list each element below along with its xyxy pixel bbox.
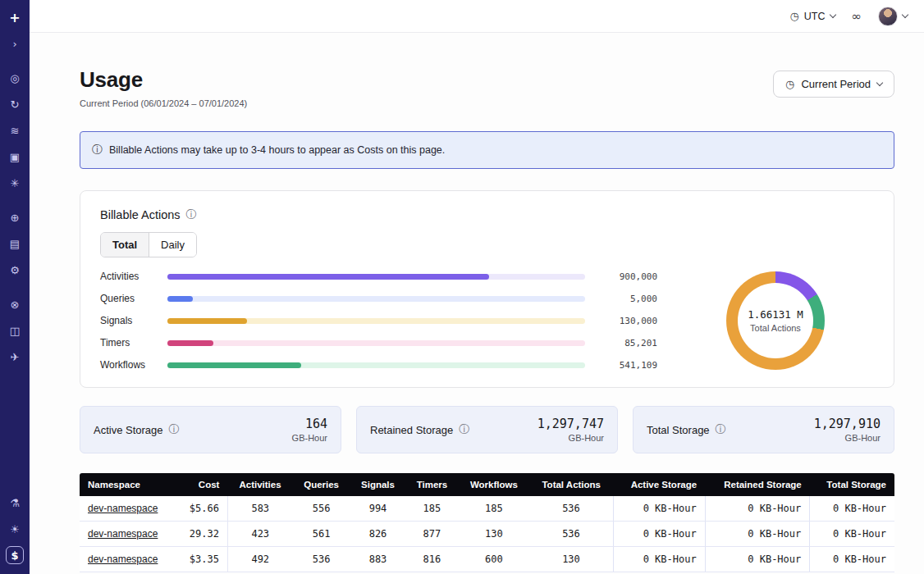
- page-title: Usage: [80, 67, 247, 93]
- docs-icon[interactable]: ◫: [6, 321, 24, 339]
- table-cell: 883: [350, 547, 406, 572]
- sidebar-nav-groups: +›◎↻≋▣✳⊕▤⚙⊗◫✈: [6, 8, 24, 382]
- regions-icon[interactable]: ⊕: [6, 208, 24, 226]
- table-cell: $5.66: [176, 496, 227, 522]
- expand-sidebar-icon[interactable]: ›: [6, 34, 24, 52]
- billable-actions-card: Billable Actions ⓘ TotalDaily Activities…: [80, 190, 894, 388]
- bar-track: [167, 318, 585, 324]
- namespace-link[interactable]: dev-namespace: [88, 528, 158, 540]
- stopwatch-icon: ◷: [785, 78, 794, 90]
- bar-value: 900,000: [595, 271, 657, 282]
- table-cell: 816: [405, 547, 458, 572]
- namespace-usage-table: NamespaceCostActivitiesQueriesSignalsTim…: [80, 473, 894, 572]
- avatar: [878, 7, 898, 26]
- layers-icon[interactable]: ≋: [6, 121, 24, 139]
- storage-value-number: 164: [292, 417, 327, 431]
- column-header-workflows: Workflows: [458, 473, 529, 496]
- goggles-icon[interactable]: ∞: [852, 9, 862, 24]
- total-actions-value: 1.66131 M: [748, 308, 803, 321]
- bar-row-signals: Signals130,000: [100, 315, 657, 326]
- sidebar: +›◎↻≋▣✳⊕▤⚙⊗◫✈ ⚗☀$: [0, 0, 30, 574]
- namespace-usage-table-wrap: NamespaceCostActivitiesQueriesSignalsTim…: [80, 473, 894, 572]
- storage-label-text: Retained Storage: [370, 424, 453, 436]
- main-content: Usage Current Period (06/01/2024 – 07/01…: [30, 33, 924, 574]
- timezone-selector[interactable]: ◷ UTC: [789, 10, 835, 22]
- column-header-total-storage: Total Storage: [810, 473, 894, 496]
- bar-label: Queries: [100, 293, 158, 304]
- column-header-cost: Cost: [176, 473, 227, 496]
- table-cell: 29.32: [176, 522, 227, 547]
- nexus-icon[interactable]: ✳: [6, 174, 24, 192]
- tab-total[interactable]: Total: [101, 233, 149, 257]
- bar-row-activities: Activities900,000: [100, 271, 657, 282]
- limits-icon[interactable]: ⊗: [6, 295, 24, 313]
- info-icon: ⓘ: [459, 422, 469, 437]
- table-cell: 0 KB-Hour: [810, 547, 894, 572]
- table-cell: 0 KB-Hour: [705, 496, 810, 522]
- period-selector-button[interactable]: ◷ Current Period: [773, 71, 894, 98]
- table-cell: 536: [293, 547, 350, 572]
- sidebar-bottom-group: ⚗☀$: [6, 494, 24, 564]
- column-header-active-storage: Active Storage: [613, 473, 705, 496]
- bar-fill: [167, 296, 193, 302]
- settings-gear-icon[interactable]: ⚙: [6, 261, 24, 279]
- bar-label: Signals: [100, 315, 158, 326]
- namespace-cell: dev-namespace: [80, 547, 176, 572]
- storage-value-unit: GB-Hour: [814, 433, 881, 443]
- getting-started-icon[interactable]: ✈: [6, 348, 24, 366]
- column-header-activities: Activities: [227, 473, 292, 496]
- donut-chart-area: 1.66131 M Total Actions: [677, 271, 874, 370]
- namespace-link[interactable]: dev-namespace: [88, 503, 158, 514]
- table-cell: 185: [405, 496, 458, 522]
- bar-fill: [167, 362, 301, 368]
- theme-icon[interactable]: ☀: [6, 520, 24, 538]
- billable-actions-title: Billable Actions ⓘ: [100, 207, 874, 222]
- user-menu[interactable]: [878, 7, 908, 26]
- total-actions-donut: 1.66131 M Total Actions: [726, 271, 825, 370]
- bar-value: 85,201: [595, 338, 657, 348]
- billable-bar-chart: Activities900,000Queries5,000Signals130,…: [100, 271, 657, 371]
- info-icon: ⓘ: [169, 422, 180, 437]
- table-cell: 423: [227, 522, 292, 547]
- page-title-block: Usage Current Period (06/01/2024 – 07/01…: [80, 67, 247, 108]
- temporal-logo-icon[interactable]: +: [6, 8, 24, 26]
- clock-icon: ◷: [789, 10, 798, 22]
- namespaces-icon[interactable]: ◎: [6, 69, 24, 87]
- storage-value-number: 1,297,747: [537, 417, 604, 431]
- period-button-label: Current Period: [801, 78, 871, 90]
- table-cell: 583: [227, 496, 292, 522]
- storage-value-unit: GB-Hour: [537, 433, 604, 443]
- info-icon: ⓘ: [186, 207, 197, 222]
- storage-card-value: 1,297,910GB-Hour: [814, 417, 881, 443]
- billing-icon[interactable]: ▤: [6, 235, 24, 253]
- table-cell: 130: [458, 522, 529, 547]
- tab-daily[interactable]: Daily: [149, 233, 196, 257]
- namespace-link[interactable]: dev-namespace: [88, 554, 158, 565]
- table-cell: 0 KB-Hour: [613, 522, 705, 547]
- deployments-icon[interactable]: ▣: [6, 148, 24, 166]
- schedules-icon[interactable]: ↻: [6, 95, 24, 113]
- info-icon: ⓘ: [92, 143, 103, 157]
- table-cell: 0 KB-Hour: [705, 522, 810, 547]
- labs-flask-icon[interactable]: ⚗: [6, 494, 24, 512]
- bar-row-queries: Queries5,000: [100, 293, 657, 304]
- bar-fill: [167, 274, 489, 280]
- table-cell: 0 KB-Hour: [613, 496, 705, 522]
- table-cell: 0 KB-Hour: [810, 496, 894, 522]
- storage-value-unit: GB-Hour: [292, 433, 327, 443]
- chevron-down-icon: [876, 80, 883, 86]
- page-subtitle: Current Period (06/01/2024 – 07/01/2024): [80, 98, 247, 108]
- bar-value: 541,109: [595, 360, 657, 371]
- storage-card-total-storage: Total Storageⓘ1,297,910GB-Hour: [633, 406, 894, 453]
- table-cell: $3.35: [176, 547, 227, 572]
- table-cell: 0 KB-Hour: [613, 547, 705, 572]
- column-header-queries: Queries: [293, 473, 350, 496]
- usage-dollar-icon[interactable]: $: [6, 546, 24, 564]
- table-cell: 0 KB-Hour: [705, 547, 810, 572]
- chevron-down-icon: [902, 11, 908, 18]
- table-cell: 826: [350, 522, 406, 547]
- bar-row-timers: Timers85,201: [100, 337, 657, 348]
- page-header: Usage Current Period (06/01/2024 – 07/01…: [80, 67, 894, 108]
- bar-fill: [167, 340, 213, 346]
- bar-track: [167, 340, 585, 346]
